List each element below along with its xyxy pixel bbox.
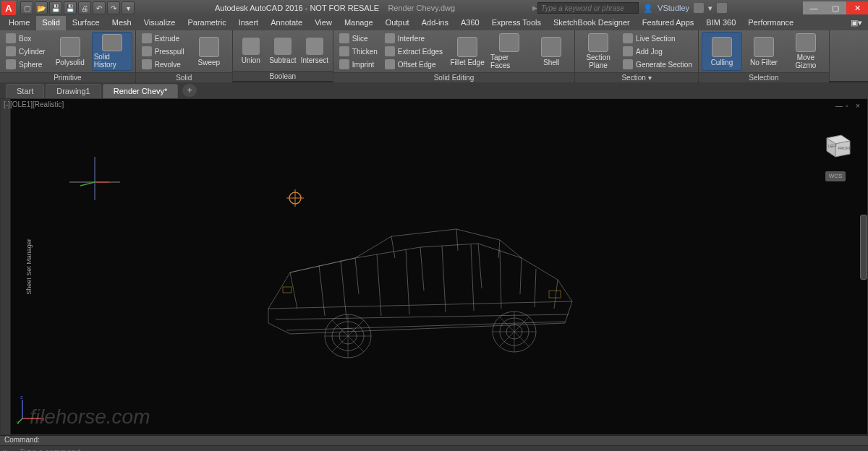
sweep-button[interactable]: Sweep bbox=[189, 32, 229, 71]
tab-featuredapps[interactable]: Featured Apps bbox=[637, 16, 700, 30]
axis-gizmo-icon bbox=[66, 150, 124, 207]
app-logo-icon[interactable]: A bbox=[1, 1, 16, 15]
navbar-handle[interactable] bbox=[860, 215, 867, 280]
add-doctab-button[interactable]: + bbox=[182, 84, 197, 97]
addjog-button[interactable]: Add Jog bbox=[620, 46, 695, 58]
plot-icon[interactable]: 🖨 bbox=[78, 1, 91, 14]
union-icon bbox=[242, 38, 260, 55]
presspull-button[interactable]: Presspull bbox=[139, 46, 187, 58]
filletedge-icon bbox=[457, 37, 477, 57]
tab-output[interactable]: Output bbox=[380, 16, 415, 30]
panel-title[interactable]: Solid bbox=[136, 72, 232, 82]
thicken-button[interactable]: Thicken bbox=[336, 46, 380, 58]
panel-title[interactable]: Primitive bbox=[0, 72, 135, 82]
cylinder-button[interactable]: Cylinder bbox=[3, 46, 48, 58]
filename: Render Chevy.dwg bbox=[388, 4, 455, 12]
tab-insert[interactable]: Insert bbox=[233, 16, 265, 30]
doctab-renderchevy[interactable]: Render Chevy* bbox=[103, 84, 179, 98]
tab-mesh[interactable]: Mesh bbox=[106, 16, 137, 30]
tab-expresstools[interactable]: Express Tools bbox=[486, 16, 547, 30]
panel-title[interactable]: Section ▾ bbox=[575, 72, 698, 82]
help-dropdown-icon[interactable]: ▾ bbox=[708, 4, 712, 13]
filletedge-button[interactable]: Fillet Edge bbox=[447, 32, 488, 71]
box-button[interactable]: Box bbox=[3, 33, 48, 45]
tab-visualize[interactable]: Visualize bbox=[138, 16, 182, 30]
sheetset-sidebar[interactable]: Sheet Set Manager bbox=[1, 99, 11, 434]
open-icon[interactable]: 📂 bbox=[35, 1, 48, 14]
tab-sketchbook[interactable]: SketchBook Designer bbox=[548, 16, 636, 30]
offsetedge-button[interactable]: Offset Edge bbox=[382, 59, 446, 71]
interfere-button[interactable]: Interfere bbox=[382, 33, 446, 45]
svg-rect-33 bbox=[283, 287, 292, 293]
livesection-button[interactable]: Live Section bbox=[620, 33, 695, 45]
target-cursor-icon bbox=[286, 189, 304, 207]
wcs-badge[interactable]: WCS bbox=[825, 171, 846, 181]
movegizmo-icon bbox=[796, 33, 816, 52]
generatesection-icon bbox=[623, 59, 633, 69]
tab-addins[interactable]: Add-ins bbox=[416, 16, 454, 30]
doctab-drawing1[interactable]: Drawing1 bbox=[46, 84, 101, 98]
tab-a360[interactable]: A360 bbox=[455, 16, 485, 30]
sphere-button[interactable]: Sphere bbox=[3, 59, 48, 71]
close-button[interactable]: ✕ bbox=[846, 1, 868, 14]
undo-icon[interactable]: ↶ bbox=[93, 1, 106, 14]
shell-button[interactable]: Shell bbox=[531, 32, 571, 71]
vp-close-icon[interactable]: × bbox=[856, 102, 863, 109]
watermark: filehorse.com bbox=[30, 405, 150, 429]
search-input[interactable] bbox=[537, 2, 639, 14]
tab-home[interactable]: Home bbox=[3, 16, 35, 30]
tab-parametric[interactable]: Parametric bbox=[182, 16, 231, 30]
tab-solid[interactable]: Solid bbox=[36, 16, 65, 30]
ribbon-minimize-icon[interactable]: ▣▾ bbox=[845, 16, 868, 30]
taperfaces-button[interactable]: Taper Faces bbox=[489, 32, 529, 71]
car-wireframe-model[interactable] bbox=[247, 207, 594, 366]
tab-annotate[interactable]: Annotate bbox=[265, 16, 308, 30]
help-icon[interactable] bbox=[717, 3, 727, 13]
extrude-button[interactable]: Extrude bbox=[139, 33, 187, 45]
svg-text:FRONT: FRONT bbox=[838, 146, 851, 150]
intersect-button[interactable]: Intersect bbox=[299, 38, 330, 64]
new-icon[interactable]: ▢ bbox=[20, 1, 33, 14]
panel-title[interactable]: Boolean bbox=[233, 71, 333, 81]
tab-bim360[interactable]: BIM 360 bbox=[700, 16, 741, 30]
extractedges-button[interactable]: Extract Edges bbox=[382, 46, 446, 58]
nofilter-button[interactable]: No Filter bbox=[744, 32, 784, 71]
tab-surface[interactable]: Surface bbox=[67, 16, 106, 30]
panel-title[interactable]: Solid Editing bbox=[333, 72, 574, 82]
tab-view[interactable]: View bbox=[309, 16, 338, 30]
svg-line-3 bbox=[80, 182, 95, 186]
tab-manage[interactable]: Manage bbox=[339, 16, 379, 30]
vp-restore-icon[interactable]: ▫ bbox=[846, 102, 853, 109]
slice-icon bbox=[339, 33, 349, 43]
ribbon-tabs: Home Solid Surface Mesh Visualize Parame… bbox=[0, 16, 868, 30]
revolve-button[interactable]: Revolve bbox=[139, 59, 187, 71]
sectionplane-button[interactable]: Section Plane bbox=[578, 32, 618, 71]
culling-button[interactable]: Culling bbox=[702, 32, 742, 71]
slice-button[interactable]: Slice bbox=[336, 33, 380, 45]
polysolid-button[interactable]: Polysolid bbox=[50, 32, 90, 71]
minimize-button[interactable]: — bbox=[803, 1, 825, 14]
panel-title[interactable]: Selection bbox=[699, 72, 829, 82]
command-input[interactable] bbox=[19, 447, 865, 451]
subtract-button[interactable]: Subtract bbox=[268, 38, 298, 64]
vp-minimize-icon[interactable]: — bbox=[835, 102, 843, 109]
viewport[interactable]: Sheet Set Manager [-][OLE1][Realistic] —… bbox=[0, 98, 868, 435]
doctab-start[interactable]: Start bbox=[6, 84, 44, 98]
viewport-label[interactable]: [-][OLE1][Realistic] bbox=[4, 100, 64, 108]
union-button[interactable]: Union bbox=[236, 38, 266, 64]
save-icon[interactable]: 💾 bbox=[49, 1, 62, 14]
user-name[interactable]: VStudley bbox=[658, 4, 689, 12]
imprint-button[interactable]: Imprint bbox=[336, 59, 380, 71]
tab-performance[interactable]: Performance bbox=[742, 16, 799, 30]
qat-dropdown-icon[interactable]: ▾ bbox=[122, 1, 135, 14]
signin-icon[interactable]: 👤 bbox=[643, 4, 653, 13]
saveas-icon[interactable]: 💾 bbox=[64, 1, 77, 14]
viewcube[interactable]: LEFT FRONT bbox=[821, 128, 853, 160]
generatesection-button[interactable]: Generate Section bbox=[620, 59, 695, 71]
movegizmo-button[interactable]: Move Gizmo bbox=[786, 32, 826, 71]
exchange-icon[interactable] bbox=[694, 3, 704, 13]
maximize-button[interactable]: ▢ bbox=[825, 1, 846, 14]
redo-icon[interactable]: ↷ bbox=[107, 1, 120, 14]
solidhistory-button[interactable]: Solid History bbox=[92, 32, 132, 71]
viewport-window-controls: — ▫ × bbox=[835, 102, 863, 109]
